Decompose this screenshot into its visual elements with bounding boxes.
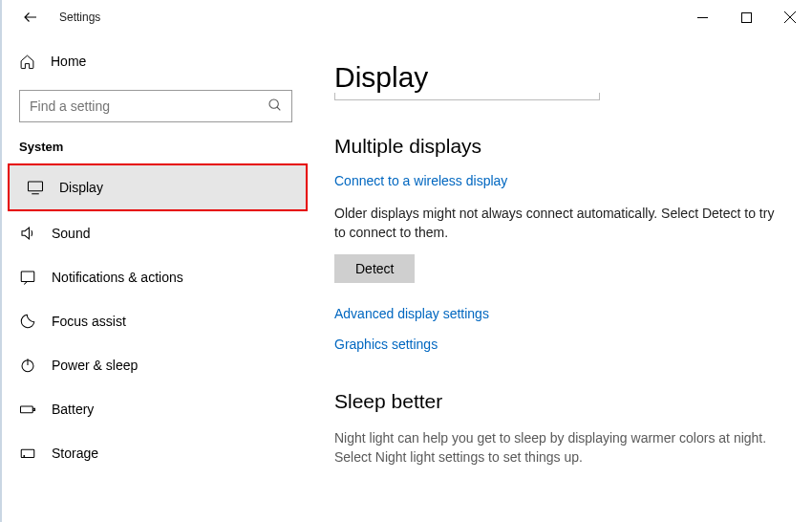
search-input[interactable] xyxy=(19,90,292,122)
title-rule xyxy=(334,99,600,100)
annotation-highlight: Display xyxy=(8,163,308,211)
svg-rect-6 xyxy=(29,182,43,191)
svg-point-14 xyxy=(24,456,25,457)
sidebar-item-label: Power & sleep xyxy=(52,358,138,373)
graphics-settings-link[interactable]: Graphics settings xyxy=(334,337,438,352)
minimize-icon xyxy=(697,12,708,23)
sleep-better-description: Night light can help you get to sleep by… xyxy=(334,428,778,468)
maximize-button[interactable] xyxy=(724,2,768,33)
search-icon xyxy=(267,98,283,113)
sidebar-item-label: Notifications & actions xyxy=(52,270,183,285)
sidebar-item-display[interactable]: Display xyxy=(10,165,306,209)
close-button[interactable] xyxy=(768,2,812,33)
maximize-icon xyxy=(741,12,752,23)
main-content: Display Multiple displays Connect to a w… xyxy=(310,34,812,522)
detect-description: Older displays might not always connect … xyxy=(334,204,778,243)
back-button[interactable] xyxy=(19,6,42,29)
sidebar-item-label: Battery xyxy=(52,402,94,417)
sidebar: Home System Display xyxy=(2,34,310,522)
display-icon xyxy=(27,179,44,196)
focus-assist-icon xyxy=(19,313,36,330)
connect-wireless-display-link[interactable]: Connect to a wireless display xyxy=(334,173,507,188)
home-icon xyxy=(19,54,35,70)
sidebar-item-label: Storage xyxy=(52,446,98,461)
svg-line-5 xyxy=(277,107,280,110)
sidebar-item-label: Sound xyxy=(52,226,90,241)
svg-rect-13 xyxy=(21,449,34,457)
sidebar-item-storage[interactable]: Storage xyxy=(2,431,310,475)
svg-rect-12 xyxy=(33,408,35,410)
power-icon xyxy=(19,357,36,374)
svg-rect-8 xyxy=(21,272,34,282)
battery-icon xyxy=(19,401,36,418)
close-icon xyxy=(784,11,796,23)
svg-point-4 xyxy=(269,99,278,108)
svg-rect-11 xyxy=(21,406,33,413)
sidebar-item-power-sleep[interactable]: Power & sleep xyxy=(2,343,310,387)
sidebar-item-label: Display xyxy=(59,180,103,195)
arrow-left-icon xyxy=(22,9,39,26)
notifications-icon xyxy=(19,269,36,286)
sidebar-item-notifications[interactable]: Notifications & actions xyxy=(2,255,310,299)
home-nav[interactable]: Home xyxy=(2,42,310,80)
advanced-display-settings-link[interactable]: Advanced display settings xyxy=(334,306,489,321)
minimize-button[interactable] xyxy=(680,2,724,33)
sidebar-item-sound[interactable]: Sound xyxy=(2,211,310,255)
section-heading-multiple-displays: Multiple displays xyxy=(334,135,778,158)
window-title: Settings xyxy=(59,11,100,24)
detect-button[interactable]: Detect xyxy=(334,254,415,283)
sidebar-item-battery[interactable]: Battery xyxy=(2,387,310,431)
svg-rect-1 xyxy=(741,12,751,22)
sound-icon xyxy=(19,225,36,242)
sidebar-item-focus-assist[interactable]: Focus assist xyxy=(2,299,310,343)
category-label: System xyxy=(2,140,310,154)
storage-icon xyxy=(19,445,36,462)
section-heading-sleep-better: Sleep better xyxy=(334,390,778,413)
home-label: Home xyxy=(51,54,86,69)
sidebar-item-label: Focus assist xyxy=(52,314,126,329)
page-title: Display xyxy=(334,61,778,94)
